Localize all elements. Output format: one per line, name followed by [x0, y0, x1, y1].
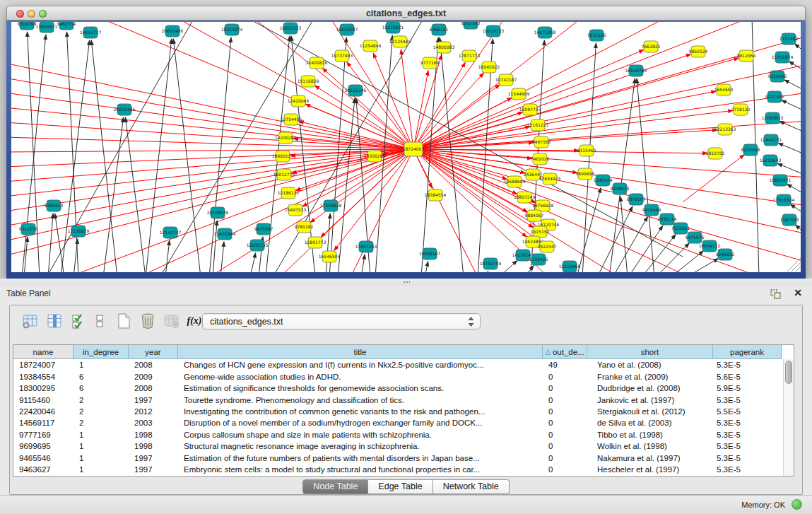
table-row[interactable]: 2242004622012Investigating the contribut… — [13, 406, 782, 417]
tab-edge-table[interactable]: Edge Table — [368, 479, 433, 494]
memory-ok-indicator[interactable] — [792, 499, 802, 510]
table-row[interactable]: 911546021997Tourette syndrome. Phenomeno… — [13, 394, 782, 405]
graph-node[interactable]: 15276021 — [382, 22, 404, 33]
graph-node[interactable]: 11254849 — [360, 40, 382, 52]
graph-node[interactable]: 12891773 — [305, 237, 326, 248]
graph-node[interactable]: 10653287 — [336, 24, 358, 35]
graph-node[interactable]: 15116829 — [298, 76, 319, 87]
panel-divider[interactable] — [0, 279, 812, 286]
graph-node[interactable]: 14200283 — [275, 132, 297, 144]
graph-node[interactable]: 9313159 — [19, 223, 38, 235]
graph-node[interactable]: 15751874 — [772, 52, 794, 63]
graph-node[interactable]: 19737493 — [331, 50, 353, 62]
graph-node[interactable]: 9780282 — [295, 221, 314, 233]
graph-node[interactable]: 18313074 — [221, 24, 243, 35]
graph-node[interactable]: 6466161 — [430, 24, 449, 35]
graph-node[interactable]: 9338924 — [611, 183, 630, 194]
graph-node[interactable]: 10688609 — [504, 176, 526, 187]
graph-node[interactable]: 1733426 — [529, 254, 548, 265]
graph-node[interactable]: 9329966 — [768, 71, 787, 82]
graph-node[interactable]: 14671358 — [534, 27, 556, 38]
graph-node[interactable]: 16045022 — [478, 62, 500, 73]
graph-node[interactable]: 1810755 — [706, 148, 725, 159]
graph-node[interactable]: 2935114 — [658, 214, 677, 225]
graph-node[interactable]: 17957253 — [355, 241, 377, 252]
graph-node[interactable]: 22400816 — [306, 57, 328, 69]
graph-node[interactable]: 8471676 — [686, 232, 705, 243]
network-canvas[interactable]: 8309398138055719462734140557172069140618… — [11, 22, 801, 272]
unselect-all-columns-button[interactable] — [90, 311, 109, 331]
graph-node[interactable]: 18724007 — [403, 142, 425, 156]
table-selector-dropdown[interactable]: citations_edges.txt — [202, 313, 481, 329]
graph-node[interactable]: 1117482 — [779, 33, 799, 45]
graph-node[interactable]: 12186122 — [278, 187, 300, 199]
table-row[interactable]: 1456911722003Disruption of a novel membe… — [13, 417, 782, 428]
graph-node[interactable]: 7462026 — [531, 153, 550, 165]
graph-node[interactable]: 9474444 — [642, 204, 661, 216]
graph-node[interactable]: 13805571 — [36, 22, 58, 33]
column-header-name[interactable]: name — [13, 345, 73, 359]
graph-node[interactable]: 9497568 — [532, 136, 551, 148]
graph-node[interactable]: 9884067 — [525, 210, 544, 221]
graph-node[interactable]: 11451944 — [214, 228, 236, 240]
scrollbar-thumb[interactable] — [785, 361, 792, 384]
graph-node[interactable]: 8309398 — [18, 22, 37, 30]
graph-node[interactable]: 9350813 — [45, 200, 64, 211]
function-builder-button[interactable]: f(x) — [185, 311, 204, 331]
graph-node[interactable]: 8572303 — [461, 22, 481, 29]
column-header-short[interactable]: short — [587, 345, 713, 359]
column-header-year[interactable]: year — [129, 345, 178, 359]
graph-node[interactable]: 7632621 — [671, 223, 690, 234]
graph-node[interactable]: 12444131 — [760, 134, 782, 146]
graph-node[interactable]: 16648784 — [625, 65, 647, 76]
graph-node[interactable]: 16958167 — [419, 248, 441, 259]
graph-node[interactable]: 10654112 — [699, 240, 721, 252]
create-column-button[interactable] — [114, 311, 133, 331]
graph-node[interactable]: 8215958 — [741, 144, 760, 156]
graph-node[interactable]: 9975887 — [254, 223, 273, 235]
graph-node[interactable]: 14055717 — [80, 27, 102, 38]
table-settings-button[interactable] — [21, 311, 40, 331]
column-header-pagerank[interactable]: pagerank — [713, 345, 782, 359]
graph-node[interactable]: 10719155 — [483, 25, 505, 37]
table-row[interactable]: 977716911998Corpus callosum shape and si… — [13, 429, 782, 440]
graph-node[interactable]: 1167533 — [780, 214, 799, 226]
graph-node[interactable]: 12213363 — [714, 124, 736, 135]
graph-node[interactable]: 20206576 — [207, 207, 229, 218]
close-panel-icon[interactable]: ✕ — [794, 287, 802, 298]
graph-node[interactable]: 12161221 — [527, 119, 549, 131]
table-row[interactable]: 969969511998Structural magnetic resonanc… — [13, 440, 782, 452]
float-panel-icon[interactable] — [770, 288, 782, 300]
tab-network-table[interactable]: Network Table — [433, 479, 510, 494]
graph-node[interactable]: 20691406 — [162, 25, 184, 37]
delete-column-button[interactable] — [139, 311, 157, 331]
network-window-titlebar[interactable]: citations_edges.txt — [6, 6, 806, 21]
tab-node-table[interactable]: Node Table — [302, 479, 368, 494]
graph-node[interactable]: 12093833 — [762, 112, 784, 124]
graph-node[interactable]: 1640954 — [594, 175, 613, 186]
graph-node[interactable]: 9245652 — [716, 249, 735, 260]
table-row[interactable]: 1830029562008Estimation of significance … — [13, 382, 782, 394]
graph-node[interactable]: 19361033 — [280, 23, 302, 34]
graph-node[interactable]: 10742187 — [495, 74, 517, 86]
table-row[interactable]: 946554611997Estimation of the future num… — [13, 452, 782, 464]
column-header-title[interactable]: title — [178, 345, 543, 359]
graph-node[interactable]: 2522547 — [538, 241, 557, 252]
table-row[interactable]: 1872400712008Changes of HCN gene express… — [13, 359, 782, 370]
graph-node[interactable]: 16546504 — [319, 251, 341, 262]
graph-node[interactable]: 12923468 — [559, 261, 581, 272]
graph-node[interactable]: 9699695 — [576, 168, 595, 180]
column-header-in_degree[interactable]: in_degree — [73, 345, 129, 359]
table-row[interactable]: 946362711997Embryonic stem cells: a mode… — [13, 464, 782, 475]
graph-node[interactable]: 8912954 — [737, 50, 756, 62]
vertical-scrollbar[interactable] — [783, 359, 794, 476]
graph-node[interactable]: 12605135 — [247, 240, 269, 251]
graph-node[interactable]: 9115460 — [577, 145, 596, 156]
graph-node[interactable]: 16782759 — [480, 258, 502, 269]
graph-node[interactable]: 19384554 — [425, 189, 447, 201]
table-row[interactable]: 1938455462009Genome-wide association stu… — [13, 370, 782, 382]
graph-node[interactable]: 7615526 — [587, 30, 606, 41]
graph-node[interactable]: 2718120 — [731, 104, 751, 115]
column-header-out_degree[interactable]: △out_de... — [543, 345, 587, 359]
graph-node[interactable]: 20031306 — [114, 104, 136, 115]
